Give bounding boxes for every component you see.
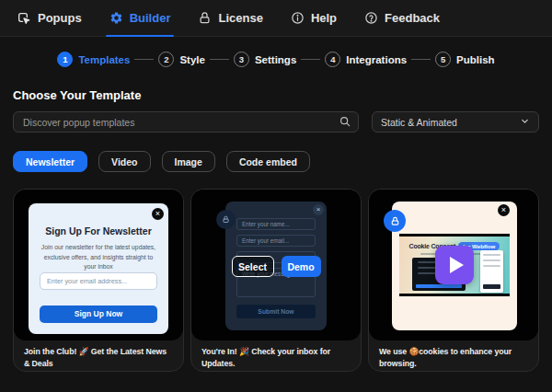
mini-name-field: Enter your name... [236,218,316,230]
popup-builder-app: Popups Builder License [0,0,552,392]
nav-feedback[interactable]: Feedback [364,0,440,37]
play-icon[interactable] [435,246,474,284]
template-grid: × Sign Up For Newsletter Join our newsle… [13,189,539,372]
main-content: Choose Your Template Static & Animated [0,88,552,372]
search-icon [339,115,351,132]
step-settings[interactable]: 3 Settings [234,52,296,67]
mini-popup-body: Join our newsletter for the latest updat… [39,243,158,272]
chevron-down-icon [520,116,530,128]
chip-code-embed[interactable]: Code embed [226,151,310,172]
step-label: Publish [456,54,495,65]
video-thumbnail: Cookie Consent for Webflow [399,234,510,296]
search-row: Static & Animated [13,111,539,133]
topbar: Popups Builder License [0,0,552,37]
step-connector [210,59,229,61]
select-template-button[interactable]: Select [232,256,274,277]
nav-builder[interactable]: Builder [109,0,171,37]
mini-popup-video: × Cookie Consent for Webflow [392,202,517,330]
step-number: 1 [57,52,73,67]
mini-popup-newsletter: × Sign Up For Newsletter Join our newsle… [29,203,168,334]
step-number: 4 [325,52,340,67]
close-icon: × [152,208,164,220]
consent-card-thumb [480,250,503,293]
mini-signup-button: Sign Up Now [40,306,157,323]
nav-help[interactable]: Help [291,0,337,37]
template-card-newsletter[interactable]: × Sign Up For Newsletter Join our newsle… [13,189,184,372]
nav-feedback-label: Feedback [385,11,440,25]
step-publish[interactable]: 5 Publish [435,52,495,67]
nav-builder-label: Builder [130,11,171,25]
step-number: 5 [435,52,451,67]
popups-cursor-icon [17,11,31,26]
demo-template-button[interactable]: Demo [282,256,321,277]
search-input[interactable] [13,111,359,133]
chip-newsletter[interactable]: Newsletter [13,151,87,172]
step-label: Integrations [346,54,407,65]
lock-icon [198,11,212,25]
nav-help-label: Help [311,11,337,25]
lock-badge-icon [384,210,406,232]
nav-popups[interactable]: Popups [17,0,82,37]
nav-license-label: License [218,11,262,25]
mini-email-field: Enter your email address... [40,272,157,290]
chip-video[interactable]: Video [98,151,150,172]
template-caption: We use 🍪cookies to enhance your browsing… [369,340,538,375]
chip-image[interactable]: Image [162,151,215,172]
step-number: 2 [158,52,174,67]
step-connector [301,59,320,61]
nav-popups-label: Popups [38,11,82,25]
mini-popup-title: Sign Up For Newsletter [29,225,168,236]
question-icon [364,11,378,25]
nav-license[interactable]: License [198,0,262,37]
step-label: Templates [78,54,130,65]
type-filter-dropdown[interactable]: Static & Animated [372,111,539,133]
info-icon [291,11,305,25]
template-preview: × Sign Up For Newsletter Join our newsle… [14,190,183,340]
page-title: Choose Your Template [13,88,539,102]
step-connector [134,59,154,61]
category-chips: Newsletter Video Image Code embed [13,151,539,172]
step-style[interactable]: 2 Style [158,52,205,67]
step-templates[interactable]: 1 Templates [57,52,130,67]
step-integrations[interactable]: 4 Integrations [325,52,407,67]
template-caption: You're In! 🎉 Check your inbox for Update… [191,340,361,375]
mini-submit-button: Submit Now [236,305,316,318]
wizard-stepper: 1 Templates 2 Style 3 Settings 4 Integra… [0,51,552,68]
step-label: Settings [255,54,296,65]
dropdown-value: Static & Animated [381,117,457,128]
gear-icon [109,11,123,25]
mini-email-field: Enter your email... [236,235,316,247]
template-preview: × Enter your name... Enter your email...… [191,190,361,340]
step-connector [411,59,431,61]
template-preview: × Cookie Consent for Webflow [369,190,538,340]
template-card-contact-form[interactable]: × Enter your name... Enter your email...… [190,189,362,372]
search-box [13,111,359,133]
template-card-cookie-video[interactable]: × Cookie Consent for Webflow [368,189,539,372]
step-label: Style [179,54,205,65]
lock-badge-icon [216,210,236,229]
step-number: 3 [234,52,249,67]
card-hover-overlay: Select Demo [191,256,361,277]
close-icon: × [498,204,510,216]
template-caption: Join the Club! 🚀 Get the Latest News & D… [14,340,183,375]
close-icon: × [313,204,324,215]
